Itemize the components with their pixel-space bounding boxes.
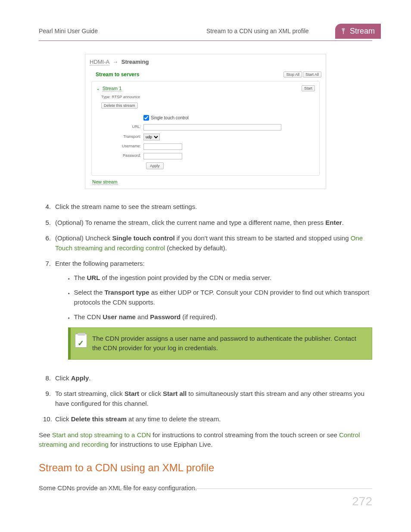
transport-label: Transport:: [96, 134, 143, 140]
start-stop-link[interactable]: Start and stop streaming to a CDN: [52, 431, 151, 439]
transport-select[interactable]: udp: [143, 134, 160, 140]
page-number: 272: [352, 492, 372, 510]
breadcrumb: HDMI-A → Streaming: [90, 58, 321, 66]
note-callout: The CDN provider assigns a user name and…: [68, 327, 372, 360]
stream-tab: Stream: [335, 24, 381, 39]
footer-divider: [39, 488, 372, 489]
start-all-button[interactable]: Start All: [303, 72, 321, 78]
stream-to-servers-title: Stream to servers: [96, 71, 139, 78]
section-name: Stream to a CDN using an XML profile: [168, 27, 335, 36]
section-body: Some CDNs provide an XML file for easy c…: [39, 483, 372, 493]
section-heading: Stream to a CDN using an XML profile: [39, 460, 372, 476]
url-input[interactable]: [143, 124, 281, 131]
apply-button[interactable]: Apply: [146, 162, 164, 169]
svg-point-0: [342, 30, 344, 31]
arrow-icon: →: [112, 59, 118, 65]
clipboard-check-icon: [75, 334, 87, 348]
stream-type-label: Type: RTSP announce: [101, 94, 315, 100]
url-label: URL:: [96, 124, 143, 130]
stream-name-link[interactable]: Stream 1: [103, 86, 122, 91]
breadcrumb-streaming: Streaming: [121, 59, 149, 65]
closing-paragraph: See Start and stop streaming to a CDN fo…: [39, 430, 372, 450]
single-touch-checkbox[interactable]: [143, 115, 149, 121]
username-input[interactable]: [143, 143, 182, 150]
antenna-icon: [339, 28, 347, 35]
breadcrumb-hdmi[interactable]: HDMI-A: [90, 59, 109, 65]
start-button[interactable]: Start: [302, 85, 315, 91]
password-label: Password:: [96, 153, 143, 159]
stream-box: ⌄ Stream 1 Start Type: RTSP announce Del…: [91, 81, 320, 176]
new-stream-link[interactable]: New stream: [92, 179, 118, 185]
password-input[interactable]: [143, 153, 182, 159]
stop-all-button[interactable]: Stop All: [283, 72, 302, 78]
chevron-down-icon[interactable]: ⌄: [96, 86, 100, 91]
delete-stream-button[interactable]: Delete this stream: [101, 103, 138, 109]
streaming-panel: HDMI-A → Streaming Stream to servers Sto…: [85, 54, 326, 189]
guide-title: Pearl Mini User Guide: [39, 27, 168, 36]
page-header: Pearl Mini User Guide Stream to a CDN us…: [39, 24, 372, 41]
steps-list: 4.Click the stream name to see the strea…: [43, 202, 372, 424]
username-label: Username:: [96, 143, 143, 149]
single-touch-label: Single touch control: [151, 115, 189, 121]
